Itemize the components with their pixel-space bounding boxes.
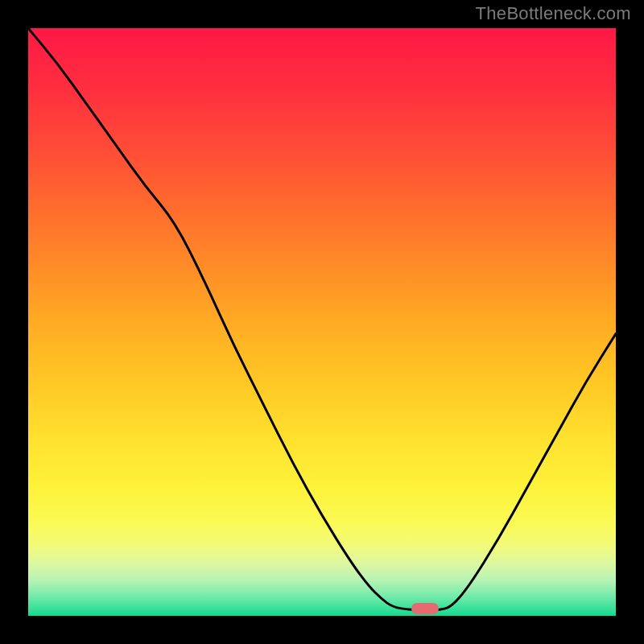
bottleneck-curve — [28, 28, 616, 616]
watermark-text: TheBottleneck.com — [476, 3, 631, 24]
optimal-marker — [411, 603, 439, 614]
chart-frame: TheBottleneck.com — [0, 0, 644, 644]
plot-area — [28, 28, 616, 616]
